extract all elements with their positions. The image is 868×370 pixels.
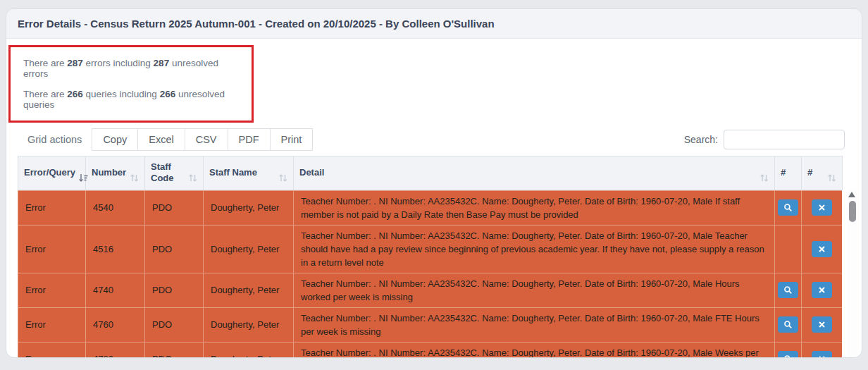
column-header-number[interactable]: Number — [86, 156, 145, 190]
column-label: # — [781, 167, 786, 178]
view-cell — [775, 273, 802, 307]
column-header-view[interactable]: # — [775, 156, 802, 190]
queries-summary-text: queries including — [83, 89, 160, 99]
staff-code-cell: PDO — [145, 307, 204, 342]
staff-name-cell: Dougherty, Peter — [204, 273, 294, 307]
column-header-error-query[interactable]: Error/Query — [18, 156, 86, 190]
magnifier-icon — [783, 203, 793, 212]
errors-table-body: Error4540PDODougherty, PeterTeacher Numb… — [18, 190, 842, 359]
summary-box: There are 287 errors including 287 unres… — [8, 45, 254, 123]
table-row: Error4740PDODougherty, PeterTeacher Numb… — [18, 273, 843, 307]
queries-unresolved-count: 266 — [160, 89, 176, 99]
table-row: Error4516PDODougherty, PeterTeacher Numb… — [18, 225, 843, 273]
resolve-cell — [802, 307, 843, 342]
print-button[interactable]: Print — [270, 128, 314, 151]
resolve-cell — [802, 273, 843, 307]
staff-name-cell: Dougherty, Peter — [204, 190, 294, 225]
magnifier-icon — [783, 285, 793, 295]
queries-summary-text: There are — [23, 89, 67, 99]
resolve-error-button[interactable] — [812, 351, 832, 358]
table-row: Error4760PDODougherty, PeterTeacher Numb… — [18, 307, 843, 342]
errors-summary: There are 287 errors including 287 unres… — [23, 58, 242, 79]
sort-desc-active-icon[interactable] — [78, 173, 88, 185]
sort-both-icon[interactable] — [278, 173, 287, 185]
copy-button[interactable]: Copy — [92, 128, 137, 151]
sort-both-icon[interactable] — [760, 173, 769, 185]
table-body-viewport[interactable]: Error4540PDODougherty, PeterTeacher Numb… — [18, 190, 842, 359]
sort-both-icon[interactable] — [130, 173, 139, 185]
errors-summary-text: errors including — [83, 58, 154, 68]
excel-button[interactable]: Excel — [137, 128, 184, 151]
error-type-cell: Error — [18, 225, 86, 273]
errors-total-count: 287 — [67, 58, 83, 68]
close-icon — [818, 286, 826, 294]
resolve-error-button[interactable] — [812, 282, 832, 298]
errors-unresolved-count: 287 — [154, 58, 170, 68]
column-label: Staff Code — [151, 161, 185, 185]
column-label: Number — [92, 167, 126, 178]
scroll-up-arrow-icon[interactable] — [848, 192, 855, 197]
detail-cell: Teacher Number: . NI Number: AA235432C. … — [294, 307, 775, 342]
error-details-panel: Error Details - Census Return 2025 Autum… — [6, 8, 862, 358]
staff-name-cell: Dougherty, Peter — [204, 342, 294, 358]
column-label: # — [807, 167, 812, 178]
errors-table: Error/Query Number — [18, 156, 842, 358]
view-error-button[interactable] — [778, 199, 798, 216]
page-title: Error Details - Census Return 2025 Autum… — [6, 9, 862, 39]
close-icon — [818, 355, 826, 358]
sort-both-icon[interactable] — [827, 173, 836, 185]
column-label: Detail — [299, 167, 324, 178]
search-label: Search: — [684, 134, 718, 145]
grid-actions-label[interactable]: Grid actions — [22, 129, 92, 150]
resolve-error-button[interactable] — [812, 241, 832, 257]
pdf-button[interactable]: PDF — [228, 128, 270, 151]
detail-cell: Teacher Number: . NI Number: AA235432C. … — [294, 273, 775, 307]
grid-toolbar: Grid actions Copy Excel CSV PDF Print Se… — [22, 128, 845, 151]
errors-summary-text: There are — [23, 58, 67, 68]
staff-code-cell: PDO — [145, 190, 204, 225]
number-cell: 4740 — [86, 273, 145, 307]
resolve-error-button[interactable] — [812, 316, 832, 333]
detail-cell: Teacher Number: . NI Number: AA235432C. … — [294, 190, 775, 225]
close-icon — [818, 321, 826, 328]
resolve-error-button[interactable] — [812, 199, 832, 216]
column-header-detail[interactable]: Detail — [294, 156, 775, 190]
scrollbar-thumb[interactable] — [849, 201, 856, 222]
column-header-staff-code[interactable]: Staff Code — [145, 156, 204, 190]
table-row: Error4540PDODougherty, PeterTeacher Numb… — [18, 190, 843, 225]
column-label: Error/Query — [24, 167, 75, 178]
staff-code-cell: PDO — [145, 342, 204, 358]
queries-total-count: 266 — [67, 89, 83, 99]
queries-summary: There are 266 queries including 266 unre… — [23, 89, 242, 110]
header-row: Error/Query Number — [18, 156, 843, 190]
search-area: Search: — [684, 130, 845, 149]
export-button-group: Copy Excel CSV PDF Print — [92, 128, 313, 151]
error-type-cell: Error — [18, 273, 86, 307]
view-error-button[interactable] — [778, 282, 798, 298]
staff-name-cell: Dougherty, Peter — [204, 225, 294, 273]
sort-both-icon[interactable] — [188, 173, 197, 185]
view-cell — [775, 225, 802, 273]
column-header-staff-name[interactable]: Staff Name — [204, 156, 294, 190]
csv-button[interactable]: CSV — [185, 128, 228, 151]
column-header-resolve[interactable]: # — [802, 156, 843, 190]
vertical-scrollbar[interactable] — [848, 190, 857, 358]
staff-code-cell: PDO — [145, 225, 204, 273]
number-cell: 4516 — [86, 225, 145, 273]
errors-table-header: Error/Query Number — [18, 156, 843, 190]
detail-cell: Teacher Number: . NI Number: AA235432C. … — [294, 225, 775, 273]
resolve-cell — [802, 342, 843, 358]
view-cell — [775, 342, 802, 358]
view-error-button[interactable] — [778, 316, 798, 333]
error-type-cell: Error — [18, 190, 86, 225]
view-error-button[interactable] — [778, 351, 798, 358]
staff-code-cell: PDO — [145, 273, 204, 307]
magnifier-icon — [783, 354, 793, 358]
search-input[interactable] — [724, 130, 845, 149]
resolve-cell — [802, 190, 843, 225]
error-type-cell: Error — [18, 342, 86, 358]
detail-cell: Teacher Number: . NI Number: AA235432C. … — [294, 342, 775, 358]
table-row: Error4780PDODougherty, PeterTeacher Numb… — [18, 342, 843, 358]
number-cell: 4760 — [86, 307, 145, 342]
staff-name-cell: Dougherty, Peter — [204, 307, 294, 342]
